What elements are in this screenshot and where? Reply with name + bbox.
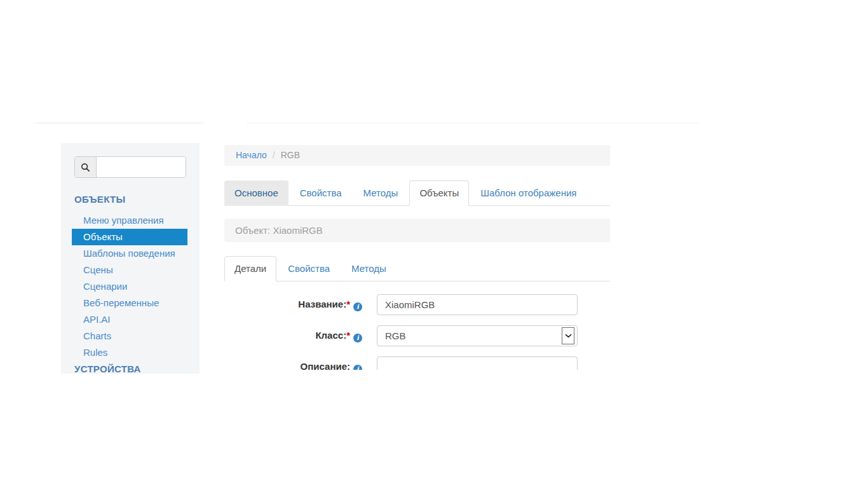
search-icon [81,163,90,172]
form-row-name: Название:*i [224,294,610,315]
sidebar-section-title-objects: ОБЪЕКТЫ [74,194,125,205]
search-button[interactable] [75,157,97,177]
form-row-class: Класс:*i RGB [224,325,610,346]
subtab-properties[interactable]: Свойства [278,256,340,281]
object-detail-form: Название:*i Класс:*i RGB [224,294,610,370]
main-tabs: Основное Свойства Методы Объекты Шаблон … [224,180,610,206]
form-row-description: Описание:i [224,356,610,370]
page: ОБЪЕКТЫ Меню управления Объекты Шаблоны … [0,0,868,488]
tab-objects[interactable]: Объекты [409,180,469,206]
object-header-bar: Объект: XiaomiRGB [224,219,610,242]
class-required-mark: * [346,330,350,341]
top-divider-left [35,123,203,123]
sidebar-item-objects[interactable]: Объекты [72,229,187,245]
breadcrumb: Начало/RGB [224,145,610,166]
sidebar-item-rules[interactable]: Rules [72,344,187,361]
description-field-label: Описание:i [224,356,362,370]
class-select[interactable]: RGB [377,325,578,346]
sidebar-item-scenes[interactable]: Сцены [72,262,187,278]
tab-display-template[interactable]: Шаблон отображения [470,180,587,206]
class-field-label: Класс:*i [224,325,362,346]
sidebar-section-title-devices: УСТРОЙСТВА [74,363,141,374]
sidebar-item-api-ai[interactable]: API.AI [72,311,187,328]
name-required-mark: * [346,299,350,309]
info-icon[interactable]: i [353,302,362,311]
name-label-text: Название: [298,299,346,309]
name-input[interactable] [377,294,578,315]
sidebar-item-scenarios[interactable]: Сценарии [72,278,187,295]
info-icon[interactable]: i [353,334,362,342]
name-field-cell [377,294,578,315]
sidebar-item-charts[interactable]: Charts [72,328,187,344]
tab-general[interactable]: Основное [224,180,288,206]
tab-properties[interactable]: Свойства [290,180,352,206]
object-header-label: Объект: XiaomiRGB [235,225,323,236]
search-input[interactable] [97,157,186,177]
description-label-text: Описание: [301,361,350,370]
breadcrumb-current: RGB [281,150,300,160]
main-content: Начало/RGB Основное Свойства Методы Объе… [224,145,610,370]
top-divider-right [247,123,699,123]
subtab-methods[interactable]: Методы [341,256,397,281]
class-select-value: RGB [385,330,406,341]
class-field-cell: RGB [377,325,578,346]
chevron-down-icon[interactable] [562,327,574,344]
sidebar-item-behavior-templates[interactable]: Шаблоны поведения [72,245,187,262]
sidebar-item-control-menu[interactable]: Меню управления [72,212,187,229]
sidebar: ОБЪЕКТЫ Меню управления Объекты Шаблоны … [61,143,200,374]
subtab-details[interactable]: Детали [224,256,276,281]
breadcrumb-separator: / [273,150,275,160]
breadcrumb-home-link[interactable]: Начало [236,150,267,160]
tab-methods[interactable]: Методы [353,180,409,206]
description-field-cell [377,356,578,370]
description-textarea[interactable] [377,356,578,370]
sub-tabs: Детали Свойства Методы [224,254,610,281]
info-icon[interactable]: i [353,365,362,370]
sidebar-nav: Меню управления Объекты Шаблоны поведени… [61,212,200,361]
sidebar-search-box [74,156,186,178]
sidebar-item-web-variables[interactable]: Веб-переменные [72,295,187,311]
class-label-text: Класс: [315,330,346,341]
name-field-label: Название:*i [224,294,362,315]
